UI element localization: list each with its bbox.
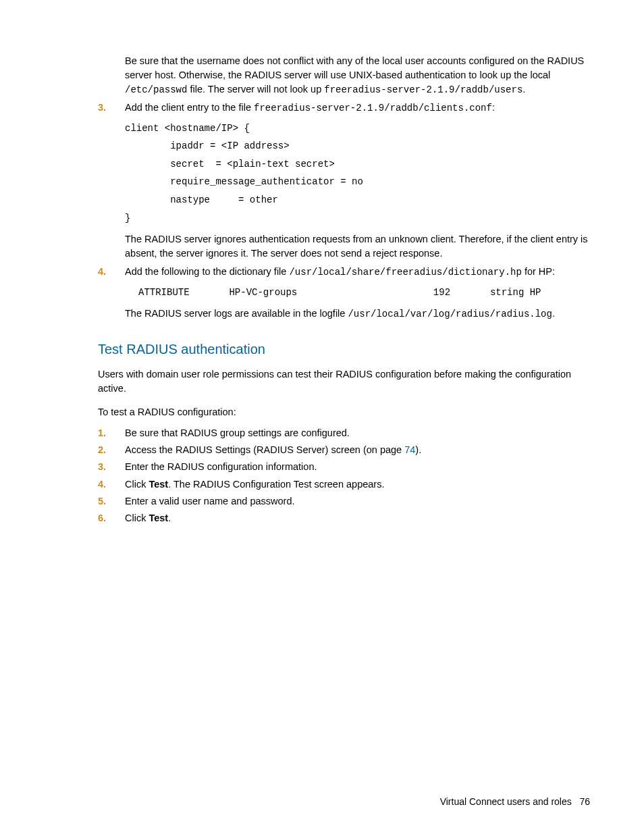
text: Enter the RADIUS configuration informati… <box>125 461 317 472</box>
bold-text: Test <box>149 479 168 490</box>
code-inline: /usr/local/share/freeradius/dictionary.h… <box>289 267 521 278</box>
step-number: 1. <box>98 426 106 440</box>
code-inline: freeradius-server-2.1.9/raddb/users <box>324 84 522 95</box>
list-item: 4. Add the following to the dictionary f… <box>98 265 590 321</box>
page-body: Be sure that the username does not confl… <box>0 0 644 525</box>
text: Enter a valid user name and password. <box>125 496 294 506</box>
step-number: 3. <box>98 460 106 474</box>
step-number: 2. <box>98 443 106 457</box>
list-item: 3. Add the client entry to the file free… <box>98 101 590 261</box>
step-number: 3. <box>98 101 106 115</box>
intro-paragraph: Be sure that the username does not confl… <box>125 54 590 97</box>
list-item: 5. Enter a valid user name and password. <box>98 494 590 509</box>
text: Click <box>125 513 149 523</box>
code-inline: /etc/passwd <box>125 84 187 95</box>
step-after: The RADIUS server logs are available in … <box>125 307 590 321</box>
text: Click <box>125 479 149 490</box>
code-inline: freeradius-server-2.1.9/raddb/clients.co… <box>254 103 492 113</box>
list-item: 1. Be sure that RADIUS group settings ar… <box>98 426 590 440</box>
text: ). <box>415 444 421 455</box>
step-number: 4. <box>98 265 106 279</box>
footer-page: 76 <box>579 796 590 807</box>
text: . <box>552 308 555 319</box>
text: The RADIUS server logs are available in … <box>125 308 348 319</box>
text: for HP: <box>522 266 555 277</box>
step-after: The RADIUS server ignores authentication… <box>125 232 590 261</box>
text: Be sure that RADIUS group settings are c… <box>125 427 350 438</box>
list-item: 2. Access the RADIUS Settings (RADIUS Se… <box>98 443 590 457</box>
test-steps-list: 1. Be sure that RADIUS group settings ar… <box>98 426 590 525</box>
code-block: ATTRIBUTE HP-VC-groups 192 string HP <box>138 284 590 302</box>
step-number: 4. <box>98 477 106 492</box>
section-heading: Test RADIUS authentication <box>98 340 590 359</box>
text: : <box>492 102 495 113</box>
bold-text: Test <box>149 513 168 523</box>
step-lead: Add the following to the dictionary file… <box>125 265 590 279</box>
list-item: 3. Enter the RADIUS configuration inform… <box>98 460 590 474</box>
page-link[interactable]: 74 <box>404 444 415 455</box>
text: Be sure that the username does not confl… <box>125 55 584 80</box>
text: Add the following to the dictionary file <box>125 266 289 277</box>
list-item: 4. Click Test. The RADIUS Configuration … <box>98 477 590 492</box>
section-block: Test RADIUS authentication Users with do… <box>125 340 590 525</box>
page-footer: Virtual Connect users and roles 76 <box>440 795 590 808</box>
text: file. The server will not look up <box>187 84 324 95</box>
code-block: client <hostname/IP> { ipaddr = <IP addr… <box>125 120 590 228</box>
step-lead: Add the client entry to the file freerad… <box>125 101 590 115</box>
intro-block: Be sure that the username does not confl… <box>125 54 590 97</box>
text: . <box>168 513 171 523</box>
section-pre-list: To test a RADIUS configuration: <box>98 405 590 419</box>
footer-label: Virtual Connect users and roles <box>440 796 572 807</box>
text: Add the client entry to the file <box>125 102 254 113</box>
text: Access the RADIUS Settings (RADIUS Serve… <box>125 444 404 455</box>
text: . <box>522 84 525 95</box>
step-number: 6. <box>98 511 106 525</box>
section-intro: Users with domain user role permissions … <box>98 367 590 396</box>
step-number: 5. <box>98 494 106 509</box>
list-item: 6. Click Test. <box>98 511 590 525</box>
top-ordered-list: 3. Add the client entry to the file free… <box>98 101 590 321</box>
text: . The RADIUS Configuration Test screen a… <box>168 479 384 490</box>
code-inline: /usr/local/var/log/radius/radius.log <box>348 309 552 319</box>
